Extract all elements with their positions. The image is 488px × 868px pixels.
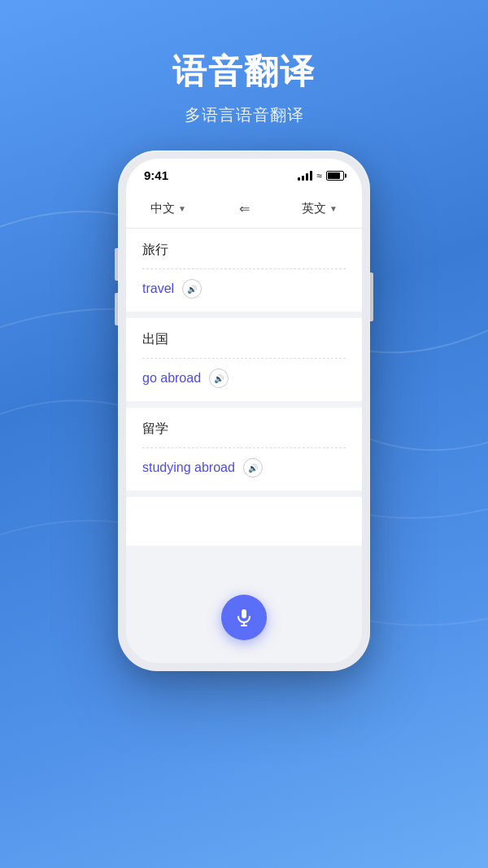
speaker-button-1[interactable]: 🔊 [182, 279, 202, 299]
result-text-2: go abroad [142, 371, 201, 386]
phone-outer-shell: 9:41 ≈ 中文 ▼ [118, 150, 370, 671]
mic-area [126, 578, 362, 663]
translation-card-1: 旅行 travel 🔊 [126, 229, 362, 312]
speaker-icon-3: 🔊 [248, 464, 258, 473]
translation-card-3: 留学 studying abroad 🔊 [126, 408, 362, 491]
translations-list: 旅行 travel 🔊 出国 go abroad [126, 229, 362, 578]
swap-icon: ⇐ [239, 201, 250, 216]
result-text-3: studying abroad [142, 460, 235, 475]
target-lang-chevron-icon: ▼ [329, 204, 338, 213]
status-icons: ≈ [298, 170, 344, 181]
header-section: 语音翻译 多语言语音翻译 [172, 49, 316, 126]
target-language-label: 英文 [302, 201, 326, 216]
source-text-2: 出国 [126, 318, 362, 358]
source-text-3: 留学 [126, 408, 362, 447]
source-text-1: 旅行 [126, 229, 362, 268]
speaker-icon-2: 🔊 [214, 374, 224, 383]
target-language-selector[interactable]: 英文 ▼ [302, 201, 338, 216]
status-bar: 9:41 ≈ [126, 159, 362, 189]
phone-mockup: 9:41 ≈ 中文 ▼ [118, 150, 370, 671]
result-row-1: travel 🔊 [126, 269, 362, 312]
source-language-selector[interactable]: 中文 ▼ [150, 201, 186, 216]
speaker-button-2[interactable]: 🔊 [209, 369, 229, 388]
battery-icon [326, 171, 344, 181]
translation-card-2: 出国 go abroad 🔊 [126, 318, 362, 401]
language-bar: 中文 ▼ ⇐ 英文 ▼ [126, 189, 362, 229]
status-time: 9:41 [144, 168, 168, 182]
result-text-1: travel [142, 281, 174, 296]
signal-icon [298, 171, 312, 181]
source-lang-chevron-icon: ▼ [178, 204, 186, 213]
svg-rect-0 [242, 609, 246, 618]
microphone-button[interactable] [221, 595, 267, 640]
sub-title: 多语言语音翻译 [172, 104, 316, 126]
phone-screen: 9:41 ≈ 中文 ▼ [126, 159, 362, 663]
microphone-icon [234, 608, 254, 627]
wifi-icon: ≈ [316, 170, 322, 181]
translation-card-4-partial [126, 497, 362, 546]
speaker-button-3[interactable]: 🔊 [243, 458, 263, 478]
main-title: 语音翻译 [172, 49, 316, 94]
result-row-3: studying abroad 🔊 [126, 448, 362, 491]
speaker-icon-1: 🔊 [187, 285, 197, 294]
swap-language-button[interactable]: ⇐ [233, 197, 255, 220]
source-language-label: 中文 [150, 201, 175, 216]
result-row-2: go abroad 🔊 [126, 359, 362, 401]
